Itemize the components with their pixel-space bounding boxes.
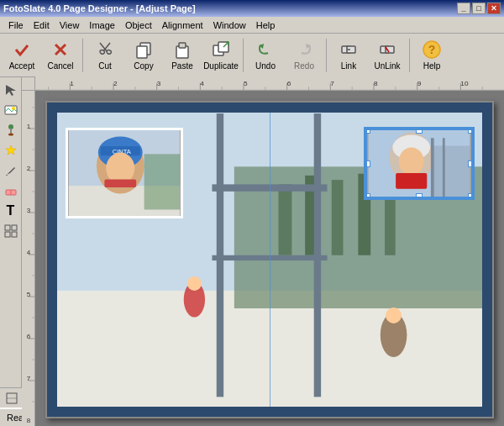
svg-text:8: 8: [27, 417, 31, 424]
help-label: Help: [423, 61, 441, 71]
svg-rect-29: [12, 232, 17, 237]
menu-view[interactable]: View: [55, 18, 85, 32]
image-tool[interactable]: [2, 101, 20, 119]
title-bar: FotoSlate 4.0 Page Designer - [Adjust Pa…: [0, 0, 504, 17]
svg-text:8: 8: [374, 80, 378, 87]
svg-text:5: 5: [244, 80, 248, 87]
separator-1: [82, 39, 83, 72]
canvas-row: 1 2 3 4 5 6 7 8: [22, 91, 504, 426]
text-tool[interactable]: T: [2, 202, 20, 220]
brush-tool[interactable]: [2, 121, 20, 139]
photo-frame-left[interactable]: CINTA: [66, 128, 183, 218]
page-inner: CINTA: [57, 113, 482, 407]
svg-rect-118: [431, 146, 470, 197]
svg-marker-23: [6, 145, 16, 155]
help-icon: ?: [422, 39, 442, 60]
svg-rect-112: [144, 154, 181, 209]
duplicate-label: Duplicate: [203, 61, 239, 71]
menu-window[interactable]: Window: [208, 18, 251, 32]
svg-text:1: 1: [27, 123, 31, 130]
paste-button[interactable]: Paste: [164, 35, 201, 76]
svg-text:4: 4: [200, 80, 204, 87]
svg-rect-93: [332, 180, 344, 255]
pen-tool[interactable]: [2, 161, 20, 180]
menu-bar: File Edit View Image Object Alignment Wi…: [0, 17, 504, 34]
copy-button[interactable]: Copy: [125, 35, 162, 76]
svg-point-101: [187, 276, 202, 291]
star-tool[interactable]: [2, 141, 20, 160]
photo-frame-right[interactable]: [365, 128, 474, 199]
close-button[interactable]: ✕: [487, 3, 501, 14]
svg-rect-117: [396, 173, 427, 189]
svg-text:5: 5: [27, 291, 31, 298]
svg-text:?: ?: [428, 43, 436, 56]
window-controls[interactable]: _ □ ✕: [457, 3, 501, 14]
menu-object[interactable]: Object: [120, 18, 157, 32]
minimize-button[interactable]: _: [457, 3, 470, 14]
link-button[interactable]: Link: [330, 35, 367, 76]
separator-2: [243, 39, 244, 72]
menu-help[interactable]: Help: [251, 18, 281, 32]
menu-image[interactable]: Image: [84, 18, 120, 32]
svg-text:4: 4: [27, 249, 31, 256]
svg-text:1: 1: [70, 80, 74, 87]
ruler-left: 1 2 3 4 5 6 7 8: [22, 91, 35, 426]
ruler-top: 1 2 3 4 5 6 7 8 9 10: [22, 77, 504, 91]
accept-button[interactable]: Accept: [3, 35, 40, 76]
separator-3: [326, 39, 327, 72]
separator-4: [409, 39, 410, 72]
maximize-button[interactable]: □: [472, 3, 486, 14]
svg-point-103: [386, 308, 402, 323]
unlink-button[interactable]: UnLink: [369, 35, 406, 76]
svg-text:9: 9: [417, 80, 422, 87]
svg-text:10: 10: [460, 80, 469, 87]
eraser-tool[interactable]: [2, 181, 20, 200]
unlink-icon: [377, 39, 397, 60]
svg-rect-30: [35, 76, 504, 90]
svg-text:2: 2: [113, 80, 118, 87]
canvas-area: 1 2 3 4 5 6 7 8 9 10: [22, 77, 504, 387]
svg-text:6: 6: [27, 333, 31, 340]
svg-rect-26: [5, 225, 10, 230]
svg-text:3: 3: [27, 207, 31, 214]
bottom-btn-1[interactable]: [3, 390, 20, 407]
cancel-button[interactable]: Cancel: [42, 35, 79, 76]
svg-text:7: 7: [27, 375, 31, 382]
page: CINTA: [45, 101, 494, 418]
svg-point-116: [399, 147, 424, 175]
app-title: FotoSlate 4.0 Page Designer - [Adjust Pa…: [3, 3, 196, 13]
cancel-icon: [50, 39, 71, 60]
svg-rect-27: [12, 225, 17, 230]
svg-text:3: 3: [157, 80, 161, 87]
duplicate-button[interactable]: Duplicate: [202, 35, 239, 76]
svg-rect-91: [279, 184, 292, 255]
copy-icon: [134, 39, 154, 60]
main-toolbar: Accept Cancel Cut Copy: [0, 34, 504, 77]
menu-file[interactable]: File: [3, 18, 29, 32]
left-toolbar: T: [0, 77, 22, 387]
grid-tool[interactable]: [2, 222, 20, 240]
ruler-top-ticks: 1 2 3 4 5 6 7 8 9 10: [35, 76, 504, 90]
link-icon: [339, 39, 359, 60]
svg-text:6: 6: [287, 80, 291, 87]
svg-point-19: [12, 107, 15, 110]
page-canvas[interactable]: CINTA: [35, 91, 504, 426]
paste-label: Paste: [171, 61, 193, 71]
svg-rect-119: [431, 138, 434, 197]
redo-button[interactable]: Redo: [286, 35, 323, 76]
select-tool[interactable]: [2, 81, 20, 99]
undo-button[interactable]: Undo: [247, 35, 284, 76]
redo-icon: [294, 39, 314, 60]
link-label: Link: [341, 61, 356, 71]
help-button[interactable]: ? Help: [413, 35, 450, 76]
background-photo: CINTA: [57, 113, 482, 407]
cancel-label: Cancel: [47, 61, 73, 71]
menu-edit[interactable]: Edit: [29, 18, 55, 32]
cut-button[interactable]: Cut: [87, 35, 123, 76]
accept-icon: [12, 39, 32, 60]
redo-label: Redo: [294, 61, 314, 71]
svg-point-22: [8, 134, 13, 136]
svg-rect-111: [104, 180, 136, 187]
main-area: T 1 2 3 4: [0, 77, 504, 387]
menu-alignment[interactable]: Alignment: [157, 18, 208, 32]
